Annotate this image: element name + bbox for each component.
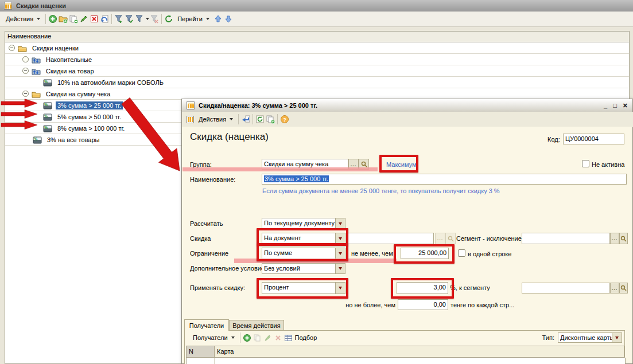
to-segment-label: %, к сегменту bbox=[450, 284, 490, 291]
discount-object-field[interactable] bbox=[347, 233, 434, 244]
name-field[interactable]: 3% сумма > 25 000 тг. bbox=[262, 174, 627, 185]
percent-discount-icon: % bbox=[43, 79, 53, 87]
maximize-button[interactable]: □ bbox=[613, 102, 617, 109]
reread-button[interactable] bbox=[255, 114, 265, 124]
add-button[interactable] bbox=[242, 332, 253, 343]
form-title: Скидка (наценка) bbox=[190, 131, 269, 143]
to-segment-field[interactable] bbox=[522, 283, 610, 293]
svg-text:%: % bbox=[44, 103, 48, 107]
column-header-card[interactable]: Карта bbox=[214, 346, 624, 358]
tree-row[interactable]: % 10% на автомобили марки СОБОЛЬ bbox=[5, 77, 629, 88]
column-header-n[interactable]: N bbox=[186, 346, 215, 358]
dialog-titlebar[interactable]: Скидка/наценка: 3% сумма > 25 000 тг. _ … bbox=[182, 99, 632, 112]
percent-discount-icon: % bbox=[33, 136, 42, 144]
dropdown-button[interactable] bbox=[335, 218, 345, 229]
filter-history-button[interactable] bbox=[134, 14, 145, 24]
svg-text:%: % bbox=[44, 126, 48, 130]
to-segment-magnifier-button[interactable] bbox=[619, 283, 628, 293]
move-down-button[interactable] bbox=[223, 14, 234, 24]
copy-button[interactable] bbox=[68, 14, 79, 24]
svg-text:?: ? bbox=[283, 117, 286, 123]
help-button[interactable]: ? bbox=[279, 114, 290, 124]
node-glyph-icon[interactable] bbox=[22, 56, 29, 62]
toolbar-separator bbox=[238, 114, 239, 124]
save-close-button[interactable] bbox=[240, 114, 251, 124]
annotation-highlight-group bbox=[182, 167, 378, 171]
goto-menu-button[interactable]: Перейти bbox=[174, 14, 213, 24]
history-button[interactable] bbox=[99, 14, 110, 24]
tree-row[interactable]: Накопительные bbox=[5, 54, 629, 65]
one-line-checkbox[interactable] bbox=[458, 249, 465, 257]
copy-button[interactable] bbox=[265, 114, 275, 124]
toolbar-separator bbox=[161, 14, 162, 24]
empty-table-row[interactable] bbox=[186, 358, 626, 364]
actions-menu-button[interactable]: Действия bbox=[2, 14, 44, 24]
segment-exclude-magnifier-button[interactable] bbox=[619, 233, 628, 244]
folder-icon bbox=[18, 44, 28, 52]
name-label: Наименование: bbox=[190, 176, 235, 183]
filter-clear-button bbox=[149, 14, 160, 24]
tree-row[interactable]: Скидки наценки bbox=[5, 42, 629, 54]
discount-browse-button: ... bbox=[435, 233, 445, 244]
dropdown-button[interactable] bbox=[335, 264, 345, 273]
collapse-glyph-icon[interactable] bbox=[9, 45, 15, 51]
extra-condition-label: Дополнительное условие bbox=[190, 265, 265, 272]
not-less-label: не менее, чем bbox=[351, 250, 393, 257]
minimize-button[interactable]: _ bbox=[604, 102, 607, 109]
segment-exclude-label: Сегмент - исключение bbox=[456, 235, 522, 242]
tab-recipients[interactable]: Получатели bbox=[184, 319, 229, 331]
folder-group-icon bbox=[32, 67, 41, 75]
main-window-title: Скидки наценки bbox=[16, 2, 66, 9]
type-combo[interactable]: Дисконтные карты bbox=[558, 332, 622, 343]
pick-button[interactable]: Подбор bbox=[295, 334, 317, 341]
dropdown-arrow-icon bbox=[339, 267, 342, 270]
tree-row[interactable]: Скидки на сумму чека bbox=[5, 88, 629, 100]
extra-condition-combo[interactable]: Без условий bbox=[262, 263, 345, 274]
collapse-glyph-icon[interactable] bbox=[22, 91, 29, 97]
max-limit-suffix: тенге по каждой стр... bbox=[451, 302, 514, 308]
tree-item-label: Скидки на товар bbox=[44, 67, 96, 75]
add-group-button[interactable] bbox=[58, 14, 68, 24]
dropdown-arrow-icon bbox=[230, 118, 233, 120]
toolbar-separator bbox=[45, 14, 46, 24]
segment-exclude-browse-button[interactable]: ... bbox=[610, 233, 619, 244]
filter-set-button[interactable] bbox=[114, 14, 124, 24]
collapse-glyph-icon[interactable] bbox=[22, 68, 29, 74]
edit-button[interactable] bbox=[79, 14, 89, 24]
delete-button[interactable] bbox=[89, 14, 99, 24]
annotation-arrow-3 bbox=[1, 120, 38, 130]
move-up-button[interactable] bbox=[213, 14, 223, 24]
annotation-box-limit bbox=[257, 243, 348, 261]
annotation-box-percent-value bbox=[391, 278, 454, 299]
code-field[interactable]: ЦУ0000004 bbox=[563, 134, 624, 144]
annotation-arrow-diagonal bbox=[115, 95, 189, 178]
main-window-titlebar: Скидки наценки bbox=[0, 0, 633, 11]
dropdown-arrow-icon bbox=[231, 336, 235, 339]
to-segment-browse-button[interactable]: ... bbox=[610, 283, 619, 293]
tree-item-label: 10% на автомобили марки СОБОЛЬ bbox=[56, 79, 165, 87]
filter-by-value-button[interactable] bbox=[124, 14, 134, 24]
tree-item-label: 3% на все товары bbox=[45, 136, 102, 144]
dropdown-button[interactable] bbox=[612, 333, 622, 342]
tree-column-header[interactable]: Наименование bbox=[5, 32, 629, 42]
folder-icon bbox=[32, 90, 41, 98]
segment-exclude-field[interactable] bbox=[522, 233, 610, 244]
recipients-menu-button[interactable]: Получатели bbox=[189, 333, 238, 342]
svg-text:%: % bbox=[34, 137, 38, 141]
discount-dialog: Скидка/наценка: 3% сумма > 25 000 тг. _ … bbox=[181, 99, 633, 364]
percent-discount-icon: % bbox=[43, 101, 53, 109]
add-button[interactable] bbox=[48, 14, 58, 24]
tree-row[interactable]: Скидки на товар bbox=[5, 65, 629, 77]
close-button[interactable]: ✕ bbox=[623, 102, 628, 109]
dialog-actions-menu-button[interactable]: Действия bbox=[195, 115, 236, 124]
refresh-button[interactable] bbox=[164, 14, 174, 24]
inactive-label: Не активна bbox=[592, 161, 624, 168]
annotation-box-percent-combo bbox=[257, 278, 348, 299]
tab-time[interactable]: Время действия bbox=[229, 320, 284, 331]
max-limit-field[interactable]: 0,00 bbox=[398, 299, 448, 310]
annotation-box-amount bbox=[394, 244, 455, 264]
calculate-combo[interactable]: По текущему документу bbox=[262, 218, 345, 229]
discount-magnifier-button bbox=[445, 233, 456, 244]
main-toolbar: Действия Перейти bbox=[0, 11, 633, 27]
inactive-checkbox[interactable] bbox=[582, 160, 589, 167]
